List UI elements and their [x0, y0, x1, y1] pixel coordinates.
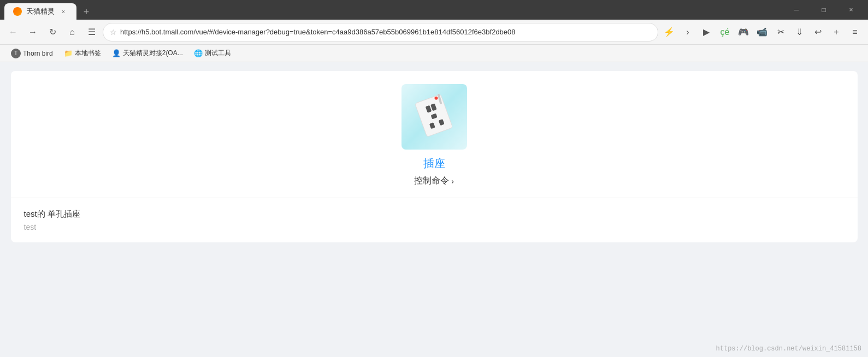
device-image [401, 84, 467, 150]
star-icon: ☆ [110, 28, 117, 37]
bookmark-tmall[interactable]: 👤 天猫精灵对接2(OA... [108, 47, 187, 59]
forward-nav-button[interactable]: › [679, 23, 696, 41]
lightning-button[interactable]: ⚡ [660, 23, 678, 41]
control-command-link[interactable]: 控制命令 › [414, 175, 454, 187]
wechat-button[interactable]: çé [716, 23, 734, 41]
bookmark-label-thorn-bird: Thorn bird [23, 50, 53, 57]
video-button[interactable]: 📹 [753, 23, 771, 41]
browser-frame: 天猫精灵 × + ─ □ × ← → ↻ ⌂ ☰ ☆ https://h5.bo… [0, 0, 868, 62]
tab-area: 天猫精灵 × + [4, 0, 784, 20]
device-item-id: test [24, 223, 845, 231]
new-tab-button[interactable]: + [79, 4, 94, 20]
url-display: https://h5.bot.tmall.com/vue/#/device-ma… [120, 28, 651, 36]
undo-button[interactable]: ↩ [809, 23, 826, 41]
maximize-button[interactable]: □ [811, 0, 836, 20]
download-button[interactable]: ⇓ [790, 23, 808, 41]
socket-svg-icon [412, 92, 456, 141]
reader-button[interactable]: ☰ [83, 23, 101, 41]
navigation-bar: ← → ↻ ⌂ ☰ ☆ https://h5.bot.tmall.com/vue… [0, 20, 868, 45]
back-button[interactable]: ← [4, 23, 22, 41]
title-bar: 天猫精灵 × + ─ □ × [0, 0, 868, 20]
user-icon: 👤 [112, 49, 121, 57]
gamepad-button[interactable]: 🎮 [735, 23, 752, 41]
tab-close-button[interactable]: × [59, 7, 68, 16]
device-header: 插座 控制命令 › [11, 71, 858, 198]
scissors-button[interactable]: ✂ [772, 23, 789, 41]
thorn-bird-avatar-icon: T [11, 49, 21, 58]
minimize-button[interactable]: ─ [784, 0, 809, 20]
device-item-name: test的 单孔插座 [24, 209, 845, 219]
nav-actions: ⚡ › ▶ çé 🎮 📹 ✂ ⇓ ↩ + ≡ [660, 23, 864, 41]
bookmark-local[interactable]: 📁 本地书签 [60, 47, 105, 59]
tab-favicon-icon [13, 7, 22, 16]
forward-button[interactable]: → [24, 23, 42, 41]
control-label: 控制命令 [414, 175, 449, 187]
device-card: 插座 控制命令 › test的 单孔插座 test [11, 71, 858, 242]
add-button[interactable]: + [828, 23, 845, 41]
close-button[interactable]: × [839, 0, 864, 20]
bookmark-test-tool[interactable]: 🌐 测试工具 [190, 47, 235, 59]
globe-icon: 🌐 [194, 49, 203, 57]
menu-button[interactable]: ≡ [846, 23, 864, 41]
bookmark-label-tmall: 天猫精灵对接2(OA... [123, 49, 183, 58]
bookmark-label-test: 测试工具 [205, 49, 231, 58]
folder-icon: 📁 [64, 49, 73, 57]
refresh-button[interactable]: ↻ [44, 23, 61, 41]
active-tab[interactable]: 天猫精灵 × [4, 3, 76, 20]
device-list-section: test的 单孔插座 test [11, 198, 858, 242]
device-type-label: 插座 [423, 156, 445, 171]
page-content: 插座 控制命令 › test的 单孔插座 test [0, 62, 868, 357]
window-controls: ─ □ × [784, 0, 864, 20]
tab-title: 天猫精灵 [26, 7, 55, 16]
bookmarks-bar: T Thorn bird 📁 本地书签 👤 天猫精灵对接2(OA... 🌐 测试… [0, 45, 868, 62]
home-button[interactable]: ⌂ [63, 23, 81, 41]
control-chevron-icon: › [451, 177, 454, 186]
address-bar[interactable]: ☆ https://h5.bot.tmall.com/vue/#/device-… [103, 23, 658, 41]
bookmark-thorn-bird[interactable]: T Thorn bird [7, 47, 57, 59]
bookmark-label-local: 本地书签 [75, 49, 101, 58]
play-button[interactable]: ▶ [698, 23, 715, 41]
